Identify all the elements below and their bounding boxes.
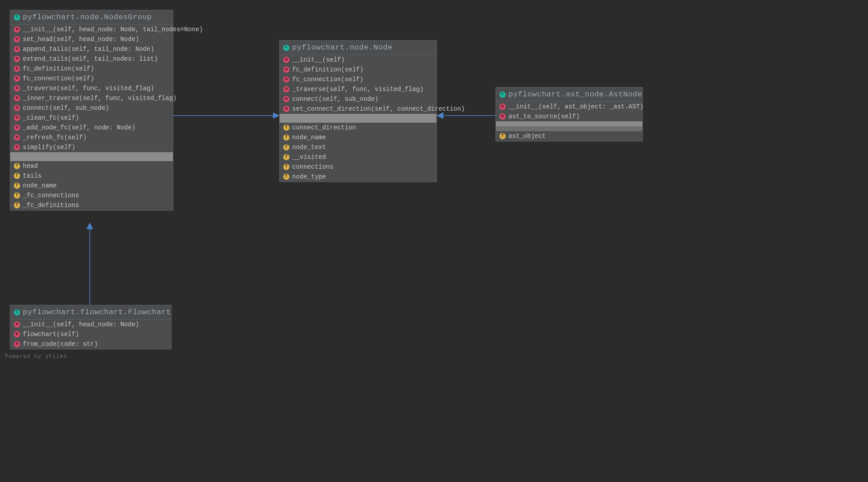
section-divider xyxy=(496,121,642,126)
class-ast-node[interactable]: pyflowchart.ast_node.AstNode __init__(se… xyxy=(495,87,643,141)
class-nodes-group[interactable]: pyflowchart.node.NodesGroup __init__(sel… xyxy=(10,10,173,211)
method-row[interactable]: _inner_traverse(self, func, visited_flag… xyxy=(10,93,173,103)
method-icon xyxy=(499,113,506,120)
method-icon xyxy=(283,96,289,102)
method-row[interactable]: _clean_fc(self) xyxy=(10,113,173,123)
class-icon xyxy=(14,14,20,21)
class-title: pyflowchart.ast_node.AstNode xyxy=(508,90,642,99)
class-node[interactable]: pyflowchart.node.Node __init__(self) fc_… xyxy=(279,40,437,182)
field-row[interactable]: node_name xyxy=(280,133,436,142)
class-header: pyflowchart.node.Node xyxy=(280,41,436,55)
member-label: _add_node_fc(self, node: Node) xyxy=(23,124,135,131)
member-label: _inner_traverse(self, func, visited_flag… xyxy=(23,95,176,102)
field-row[interactable]: ast_object xyxy=(496,131,642,141)
method-icon xyxy=(14,75,20,82)
field-icon xyxy=(499,133,506,139)
method-row[interactable]: fc_connection(self) xyxy=(10,74,173,83)
field-icon xyxy=(283,154,289,160)
method-row[interactable]: set_connect_direction(self, connect_dire… xyxy=(280,104,436,114)
method-row[interactable]: _add_node_fc(self, node: Node) xyxy=(10,123,173,133)
member-label: simplify(self) xyxy=(23,144,75,151)
class-body: __init__(self, head_node: Node) flowchar… xyxy=(10,320,171,349)
method-icon xyxy=(14,321,20,328)
method-row[interactable]: fc_definition(self) xyxy=(280,65,436,75)
field-icon xyxy=(14,183,20,189)
method-row[interactable]: fc_connection(self) xyxy=(280,75,436,84)
member-label: connect(self, sub_node) xyxy=(292,96,378,103)
method-row[interactable]: _traverse(self, func, visited_flag) xyxy=(280,84,436,94)
member-label: node_text xyxy=(292,144,326,151)
method-row[interactable]: from_code(code: str) xyxy=(10,339,171,349)
member-label: _traverse(self, func, visited_flag) xyxy=(292,86,424,93)
method-icon xyxy=(283,57,289,63)
class-title: pyflowchart.node.Node xyxy=(292,43,393,52)
field-row[interactable]: head xyxy=(10,161,173,171)
method-icon xyxy=(499,104,506,110)
class-flowchart[interactable]: pyflowchart.flowchart.Flowchart __init__… xyxy=(10,305,172,349)
method-icon xyxy=(283,86,289,92)
section-divider xyxy=(280,114,436,123)
member-label: node_type xyxy=(292,173,326,180)
member-label: _refresh_fc(self) xyxy=(23,134,87,141)
method-icon xyxy=(14,115,20,121)
field-icon xyxy=(283,174,289,180)
field-row[interactable]: node_text xyxy=(280,142,436,152)
field-row[interactable]: connections xyxy=(280,162,436,172)
method-icon xyxy=(14,105,20,111)
member-label: tails xyxy=(23,172,42,179)
method-icon xyxy=(14,46,20,52)
section-divider xyxy=(10,152,173,161)
class-icon xyxy=(14,309,20,316)
method-icon xyxy=(14,125,20,131)
member-label: head xyxy=(23,162,38,170)
class-body: __init__(self) fc_definition(self) fc_co… xyxy=(280,55,436,182)
method-row[interactable]: connect(self, sub_node) xyxy=(280,94,436,104)
method-icon xyxy=(14,341,20,347)
member-label: connect(self, sub_node) xyxy=(23,104,109,112)
method-row[interactable]: __init__(self) xyxy=(280,55,436,65)
method-icon xyxy=(14,66,20,72)
method-row[interactable]: __init__(self, head_node: Node, tail_nod… xyxy=(10,25,173,34)
class-title: pyflowchart.flowchart.Flowchart xyxy=(23,308,171,316)
member-label: __init__(self, head_node: Node, tail_nod… xyxy=(23,26,203,33)
method-row[interactable]: ast_to_source(self) xyxy=(496,112,642,121)
method-row[interactable]: __init__(self, ast_object: _ast.AST) xyxy=(496,102,642,112)
method-row[interactable]: __init__(self, head_node: Node) xyxy=(10,320,171,329)
method-row[interactable]: append_tails(self, tail_node: Node) xyxy=(10,44,173,54)
method-row[interactable]: extend_tails(self, tail_nodes: list) xyxy=(10,54,173,64)
class-icon xyxy=(499,91,506,98)
method-icon xyxy=(14,36,20,42)
member-label: set_head(self, head_node: Node) xyxy=(23,36,139,43)
method-icon xyxy=(14,56,20,62)
member-label: node_name xyxy=(23,182,57,189)
method-row[interactable]: _refresh_fc(self) xyxy=(10,133,173,142)
field-row[interactable]: __visited xyxy=(280,152,436,162)
field-row[interactable]: _fc_connections xyxy=(10,191,173,200)
field-row[interactable]: connect_direction xyxy=(280,123,436,133)
method-icon xyxy=(14,144,20,150)
member-label: __init__(self, head_node: Node) xyxy=(23,321,139,328)
field-icon xyxy=(283,125,289,131)
method-row[interactable]: simplify(self) xyxy=(10,142,173,152)
field-row[interactable]: tails xyxy=(10,171,173,181)
method-icon xyxy=(14,95,20,101)
field-icon xyxy=(283,164,289,170)
class-icon xyxy=(283,45,289,51)
field-icon xyxy=(14,163,20,169)
field-row[interactable]: _fc_definitions xyxy=(10,200,173,210)
member-label: fc_definition(self) xyxy=(292,66,364,73)
field-row[interactable]: node_type xyxy=(280,172,436,182)
method-row[interactable]: set_head(self, head_node: Node) xyxy=(10,34,173,44)
member-label: ast_to_source(self) xyxy=(508,113,580,120)
member-label: fc_definition(self) xyxy=(23,65,94,72)
member-label: from_code(code: str) xyxy=(23,341,98,348)
method-row[interactable]: connect(self, sub_node) xyxy=(10,103,173,113)
method-icon xyxy=(283,76,289,83)
member-label: fc_connection(self) xyxy=(23,75,94,82)
field-row[interactable]: node_name xyxy=(10,181,173,191)
method-row[interactable]: _traverse(self, func, visited_flag) xyxy=(10,83,173,93)
method-row[interactable]: flowchart(self) xyxy=(10,329,171,339)
method-row[interactable]: fc_definition(self) xyxy=(10,64,173,74)
member-label: _traverse(self, func, visited_flag) xyxy=(23,85,154,92)
member-label: append_tails(self, tail_node: Node) xyxy=(23,46,154,53)
